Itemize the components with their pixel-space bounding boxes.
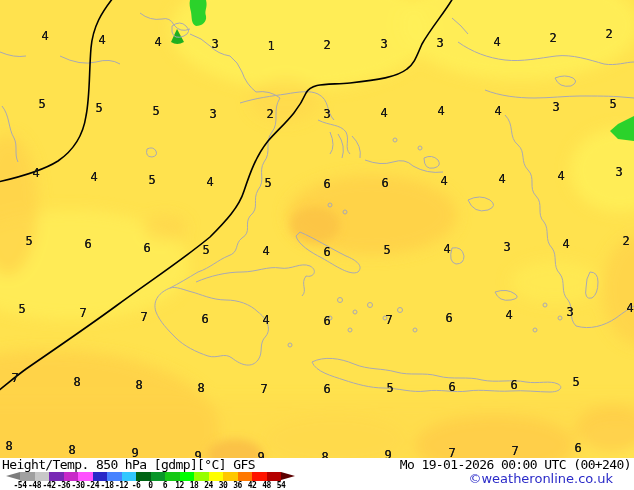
scale-tick-label: 24: [204, 481, 213, 490]
scale-segment: [165, 472, 180, 481]
scale-tick-label: -18: [101, 481, 114, 490]
scale-segment: [136, 472, 151, 481]
weather-map-screenshot: 4443123342255532344435445456644435665465…: [0, 0, 634, 490]
scale-tick-label: -42: [43, 481, 56, 490]
scale-segment: [49, 472, 64, 481]
scale-tick-label: -48: [28, 481, 41, 490]
scale-tick-label: -6: [132, 481, 141, 490]
map-area: 4443123342255532344435445456644435665465…: [0, 0, 634, 458]
scale-segment: [151, 472, 166, 481]
color-scale-labels: -54-48-42-36-30-24-18-12-606121824303642…: [20, 481, 300, 490]
scale-tick-label: 6: [163, 481, 167, 490]
scale-segment: [35, 472, 50, 481]
greece-weather-map-svg: [0, 0, 634, 458]
footer-bar: Height/Temp. 850 hPa [gdmp][°C] GFS Mo 1…: [0, 458, 634, 490]
scale-segment: [180, 472, 195, 481]
scale-tick-label: 30: [219, 481, 228, 490]
scale-tick-label: 18: [190, 481, 199, 490]
scale-segment: [267, 472, 282, 481]
scale-segment: [252, 472, 267, 481]
scale-segment: [107, 472, 122, 481]
scale-segment: [20, 472, 35, 481]
map-title: Height/Temp. 850 hPa [gdmp][°C] GFS: [2, 458, 255, 472]
scale-tick-label: 42: [248, 481, 257, 490]
scale-tick-label: -54: [14, 481, 27, 490]
scale-segment: [78, 472, 93, 481]
scale-segment: [238, 472, 253, 481]
scale-tick-label: 0: [148, 481, 152, 490]
scale-tick-label: -24: [86, 481, 99, 490]
scale-tick-label: 36: [233, 481, 242, 490]
scale-arrow-right: [281, 472, 295, 480]
color-scale-bar: [20, 472, 281, 481]
scale-arrow-left: [6, 472, 20, 480]
temperature-color-scale: -54-48-42-36-30-24-18-12-606121824303642…: [6, 472, 306, 490]
scale-tick-label: 54: [277, 481, 286, 490]
scale-segment: [64, 472, 79, 481]
scale-segment: [223, 472, 238, 481]
scale-segment: [209, 472, 224, 481]
scale-tick-label: -30: [72, 481, 85, 490]
forecast-datetime: Mo 19-01-2026 00:00 UTC (00+240): [400, 458, 631, 472]
scale-tick-label: -36: [57, 481, 70, 490]
scale-tick-label: 12: [175, 481, 184, 490]
copyright-link[interactable]: ©weatheronline.co.uk: [468, 472, 613, 486]
scale-segment: [93, 472, 108, 481]
scale-segment: [122, 472, 137, 481]
scale-tick-label: -12: [115, 481, 128, 490]
scale-tick-label: 48: [262, 481, 271, 490]
scale-segment: [194, 472, 209, 481]
